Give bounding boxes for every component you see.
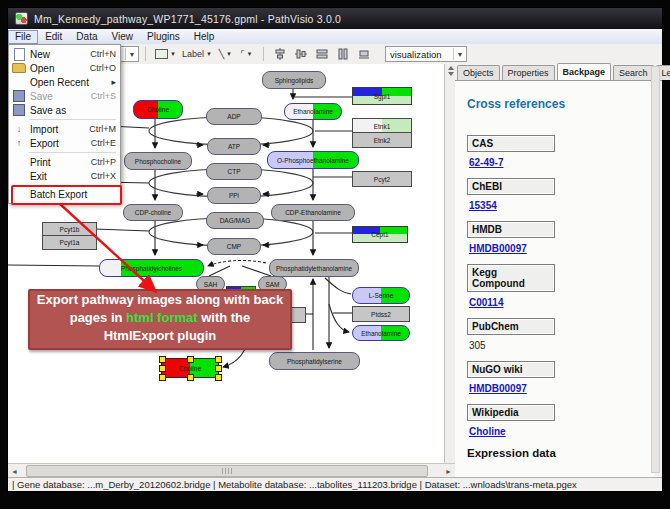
scroll-up-icon[interactable] — [448, 66, 454, 70]
distribute-columns-button[interactable] — [334, 47, 353, 62]
selection-handle[interactable] — [215, 365, 222, 372]
selection-handle[interactable] — [159, 356, 166, 363]
file-menu-item-export[interactable]: ↑ExportCtrl+E — [9, 136, 120, 150]
xref-value-kegg-compound[interactable]: C00114 — [469, 297, 654, 308]
xref-link-hmdb[interactable]: HMDB00097 — [469, 243, 527, 254]
pathway-node-ptdss2[interactable]: Ptdss2 — [352, 306, 410, 322]
expression-data-heading: Expression data — [467, 447, 654, 459]
title-bar[interactable]: Mm_Kennedy_pathway_WP1771_45176.gpml - P… — [8, 8, 662, 30]
pathway-node-ethanolamine[interactable]: Ethanolamine — [284, 103, 342, 120]
common-size-button[interactable] — [355, 47, 374, 62]
line-tool-button[interactable]: ╲▼ — [216, 47, 235, 62]
pathway-node-cmp[interactable]: CMP — [207, 238, 261, 255]
window-title: Mm_Kennedy_pathway_WP1771_45176.gpml - P… — [34, 13, 341, 25]
file-menu-item-save[interactable]: SaveCtrl+S — [9, 89, 120, 103]
file-menu-item-save-as[interactable]: Save as — [9, 103, 120, 117]
pathway-node-phosphatidylethanolamine[interactable]: Phosphatidylethanolamine — [269, 259, 359, 277]
menu-help[interactable]: Help — [187, 30, 222, 44]
xref-value-chebi[interactable]: 15354 — [469, 200, 654, 211]
tab-backpage[interactable]: Backpage — [557, 63, 612, 80]
menu-item-label: Save as — [30, 105, 116, 116]
file-menu-item-print[interactable]: PrintCtrl+P — [9, 155, 120, 169]
xref-value-wikipedia[interactable]: Choline — [469, 426, 654, 437]
node-label: SAH — [204, 281, 217, 288]
pathway-node-cdp-choline[interactable]: CDP-choline — [123, 204, 183, 221]
pathway-node-etnk2[interactable]: Etnk2 — [352, 132, 412, 148]
align-vertical-center-button[interactable] — [271, 47, 290, 62]
panel-scrollbar[interactable] — [651, 66, 660, 473]
xref-link-chebi[interactable]: 15354 — [469, 200, 497, 211]
xref-link-kegg-compound[interactable]: C00114 — [469, 297, 503, 308]
node-label: SAM — [265, 281, 279, 288]
pathway-node-ethanolamine[interactable]: Ethanolamine — [352, 325, 410, 341]
pathway-node-cept1[interactable]: Cept1 — [352, 226, 408, 243]
xref-link-cas[interactable]: 62-49-7 — [469, 157, 503, 168]
file-menu-item-new[interactable]: NewCtrl+N — [9, 47, 120, 61]
gene-datanode-button[interactable]: ▼ — [153, 47, 178, 62]
visualization-combobox[interactable]: visualization ▼ — [385, 46, 467, 62]
pathway-node-phosphatidylserine[interactable]: Phosphatidylserine — [269, 352, 360, 370]
toolbar-separator — [145, 47, 146, 61]
pathway-node-choline[interactable]: Choline — [161, 358, 219, 378]
callout-line3: HtmlExport plugin — [30, 327, 290, 345]
pathway-node-ctp[interactable]: CTP — [206, 163, 262, 180]
xref-value-hmdb[interactable]: HMDB00097 — [469, 243, 654, 254]
menu-data[interactable]: Data — [69, 30, 104, 44]
pathway-node-pcyt2[interactable]: Pcyt2 — [352, 171, 412, 187]
pathway-node-phosphatidylcholines[interactable]: Phosphatidylcholines — [99, 259, 204, 277]
distribute-rows-button[interactable] — [313, 47, 332, 62]
scrollbar-thumb[interactable] — [26, 465, 428, 477]
tab-objects[interactable]: Objects — [457, 65, 500, 80]
pathway-node-pcyt1a[interactable]: Pcyt1a — [42, 235, 97, 250]
connector-tool-button[interactable]: ⌜▼ — [237, 47, 256, 62]
pathway-node-atp[interactable]: ATP — [207, 138, 261, 155]
side-panel: ObjectsPropertiesBackpageSearchLegend Cr… — [455, 64, 662, 477]
tab-properties[interactable]: Properties — [502, 65, 555, 80]
file-menu-item-exit[interactable]: ExitCtrl+X — [9, 169, 120, 183]
tab-search[interactable]: Search — [613, 65, 654, 80]
menu-item-label: Print — [30, 157, 91, 168]
line-icon: ╲ — [219, 49, 224, 59]
selection-handle[interactable] — [187, 356, 194, 363]
scroll-right-icon[interactable]: ► — [442, 465, 455, 477]
pathway-node-sphingolipids[interactable]: Sphingolipids — [262, 71, 326, 89]
menu-item-label: Export — [30, 138, 91, 149]
label-tool-button[interactable]: Label▼ — [180, 47, 214, 62]
align-horizontal-center-button[interactable] — [292, 47, 311, 62]
file-menu-item-import[interactable]: ↓ImportCtrl+M — [9, 122, 120, 136]
menu-view[interactable]: View — [104, 30, 140, 44]
file-menu-item-open-recent[interactable]: Open Recent▸ — [9, 75, 120, 89]
pathway-node-dag-mag[interactable]: DAG/MAG — [206, 212, 264, 229]
no-icon — [11, 156, 27, 168]
menu-plugins[interactable]: Plugins — [140, 30, 187, 44]
menu-bar: FileEditDataViewPluginsHelp — [8, 29, 662, 45]
canvas-horizontal-scrollbar[interactable]: ◄ ► — [8, 463, 455, 478]
menu-file[interactable]: File — [8, 30, 38, 44]
xref-link-nugo-wiki[interactable]: HMDB00097 — [469, 383, 527, 394]
xref-value-nugo-wiki[interactable]: HMDB00097 — [469, 383, 654, 394]
file-menu-item-batch-export[interactable]: Batch Export — [9, 187, 120, 201]
xref-value-cas[interactable]: 62-49-7 — [469, 157, 654, 168]
scroll-left-icon[interactable]: ◄ — [8, 465, 21, 477]
selection-handle[interactable] — [159, 365, 166, 372]
pathway-node-ppi[interactable]: PPi — [207, 187, 261, 204]
file-menu-item-open[interactable]: OpenCtrl+O — [9, 61, 120, 75]
pathway-node-cdp-ethanolamine[interactable]: CDP-Ethanolamine — [271, 204, 355, 221]
pathway-node-phosphocholine[interactable]: Phosphocholine — [124, 152, 192, 170]
xref-link-wikipedia[interactable]: Choline — [469, 426, 506, 437]
pathway-node-choline[interactable]: Choline — [133, 100, 183, 119]
scroll-down-icon[interactable] — [448, 72, 454, 76]
pathway-node-adp[interactable]: ADP — [206, 108, 262, 125]
menu-item-shortcut: Ctrl+P — [91, 157, 116, 167]
menu-edit[interactable]: Edit — [38, 30, 69, 44]
selection-handle[interactable] — [187, 374, 194, 381]
selection-handle[interactable] — [215, 374, 222, 381]
chevron-down-icon[interactable]: ▼ — [125, 48, 138, 60]
pathway-node-l-serine[interactable]: L-Serine — [352, 287, 410, 304]
pathway-node-sgpl1[interactable]: Sgpl1 — [352, 87, 412, 105]
selection-handle[interactable] — [215, 356, 222, 363]
selection-handle[interactable] — [159, 374, 166, 381]
pathway-node-o-phosphoethanolamine[interactable]: O-Phosphoethanolamine — [267, 151, 359, 169]
chevron-down-icon[interactable]: ▼ — [453, 48, 466, 60]
file-menu-dropdown: NewCtrl+NOpenCtrl+OOpen Recent▸SaveCtrl+… — [8, 44, 121, 204]
